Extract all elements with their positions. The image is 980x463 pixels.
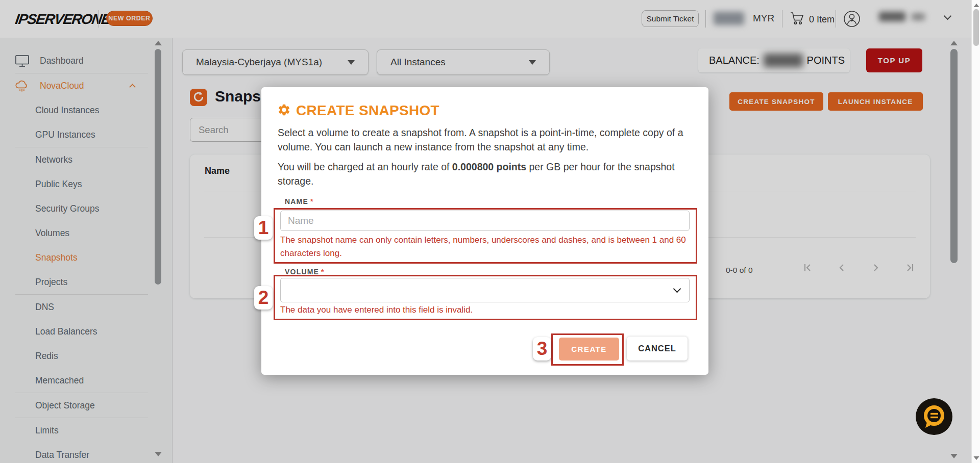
annotation-step-2: 2 — [254, 286, 273, 310]
annotation-box-3 — [551, 333, 624, 366]
browser-scrollbar[interactable] — [971, 0, 980, 463]
required-asterisk: * — [310, 197, 314, 205]
browser-scrollbar-thumb[interactable] — [973, 9, 979, 46]
live-chat-button[interactable] — [915, 398, 953, 435]
annotation-step-1: 1 — [254, 216, 273, 240]
modal-cancel-button[interactable]: CANCEL — [627, 337, 688, 361]
annotation-box-2 — [274, 275, 697, 320]
modal-title: CREATE SNAPSHOT — [296, 102, 439, 119]
chat-bubble-icon — [915, 428, 953, 437]
modal-pricing-note: You will be charged at an hourly rate of… — [278, 160, 694, 188]
name-field-label: NAME* — [285, 197, 314, 205]
create-snapshot-modal: CREATE SNAPSHOT Select a volume to creat… — [261, 87, 708, 375]
gear-icon — [277, 103, 291, 119]
pricing-rate-value: 0.000800 points — [452, 161, 526, 172]
annotation-box-1 — [274, 208, 697, 264]
modal-description: Select a volume to create a snapshot fro… — [278, 126, 694, 154]
scrollbar-down-arrow[interactable] — [973, 456, 979, 460]
scrollbar-up-arrow[interactable] — [973, 4, 979, 7]
annotation-step-3: 3 — [533, 337, 551, 361]
